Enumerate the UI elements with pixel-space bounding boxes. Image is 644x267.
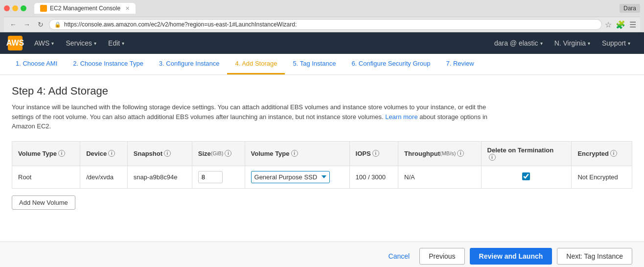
wizard-step-2[interactable]: 2. Choose Instance Type (65, 54, 151, 74)
reload-button[interactable]: ↻ (35, 19, 46, 30)
region-chevron-icon: ▾ (588, 41, 590, 46)
step-6-link[interactable]: 6. Configure Security Group (351, 60, 430, 67)
learn-more-link[interactable]: Learn more (385, 113, 417, 121)
main-content: Step 4: Add Storage Your instance will b… (0, 75, 644, 242)
wizard-steps: 1. Choose AMI 2. Choose Instance Type 3.… (0, 54, 644, 75)
maximize-dot[interactable] (21, 5, 26, 11)
edit-button[interactable]: Edit ▾ (102, 32, 130, 54)
th-delete-on-termination: Delete on Termination i (481, 141, 572, 166)
wizard-step-3[interactable]: 3. Configure Instance (151, 54, 228, 74)
encrypted-value: Not Encrypted (577, 173, 618, 181)
aws-brand-button[interactable]: AWS ▾ (28, 32, 60, 54)
delete-on-termination-checkbox[interactable] (522, 172, 530, 180)
encrypted-info-icon[interactable]: i (610, 150, 617, 157)
th-size-unit: (GiB) (211, 150, 224, 156)
services-button[interactable]: Services ▾ (60, 32, 102, 54)
user-menu-button[interactable]: dara @ elastic ▾ (488, 32, 549, 54)
throughput-info-icon[interactable]: i (457, 150, 464, 157)
step-1-link[interactable]: 1. Choose AMI (16, 60, 57, 67)
row-delete-on-termination[interactable] (481, 166, 572, 188)
step-4-label: 4. Add Storage (235, 60, 277, 67)
iops-info-icon[interactable]: i (372, 150, 379, 157)
region-menu-button[interactable]: N. Virginia ▾ (549, 32, 596, 54)
row-size[interactable] (192, 166, 245, 188)
th-encrypted-label: Encrypted (577, 150, 609, 157)
volume-type-info-icon[interactable]: i (58, 150, 65, 157)
wizard-step-4[interactable]: 4. Add Storage (227, 54, 285, 74)
th-iops-label: IOPS (356, 150, 371, 157)
throughput-value: N/A (404, 173, 415, 181)
minimize-dot[interactable] (12, 5, 18, 11)
edit-chevron-icon: ▾ (122, 41, 124, 46)
wizard-step-5[interactable]: 5. Tag Instance (285, 54, 344, 74)
wizard-step-6[interactable]: 6. Configure Security Group (344, 54, 438, 74)
wizard-step-7[interactable]: 7. Review (438, 54, 482, 74)
row-volume-type-col[interactable]: General Purpose SSD Provisioned IOPS SSD… (245, 166, 349, 188)
aws-top-nav: AWS AWS ▾ Services ▾ Edit ▾ dara @ elast… (0, 32, 644, 54)
th-volume-type-col-label: Volume Type (251, 150, 290, 157)
support-chevron-icon: ▾ (628, 41, 630, 46)
delete-info-icon[interactable]: i (489, 154, 496, 161)
th-device-label: Device (86, 150, 107, 157)
forward-button[interactable]: → (22, 19, 32, 30)
th-size-label: Size (198, 150, 211, 157)
support-label: Support (602, 39, 626, 47)
cancel-button[interactable]: Cancel (384, 249, 415, 263)
wizard-step-1[interactable]: 1. Choose AMI (8, 54, 65, 74)
th-snapshot: Snapshot i (127, 141, 192, 166)
th-device: Device i (80, 141, 128, 166)
aws-chevron-icon: ▾ (51, 41, 54, 46)
th-encrypted: Encrypted i (572, 141, 632, 166)
aws-logo[interactable]: AWS (8, 36, 23, 50)
page-description: Your instance will be launched with the … (12, 102, 501, 131)
row-volume-type: Root (12, 166, 80, 188)
row-iops: 100 / 3000 (349, 166, 398, 188)
th-size: Size (GiB) i (192, 141, 245, 166)
device-info-icon[interactable]: i (108, 150, 115, 157)
action-bar: Cancel Previous Review and Launch Next: … (0, 242, 644, 267)
volume-type-select[interactable]: General Purpose SSD Provisioned IOPS SSD… (251, 171, 330, 183)
support-menu-button[interactable]: Support ▾ (596, 32, 636, 54)
volume-type-value: Root (18, 173, 31, 181)
review-and-launch-button[interactable]: Review and Launch (470, 248, 552, 265)
th-iops: IOPS i (349, 141, 398, 166)
star-icon[interactable]: ☆ (605, 20, 612, 29)
row-throughput: N/A (398, 166, 482, 188)
lock-icon: 🔒 (54, 22, 61, 28)
tab-close-icon[interactable]: ✕ (125, 5, 130, 12)
volume-type-col-info-icon[interactable]: i (291, 150, 298, 157)
step-5-link[interactable]: 5. Tag Instance (293, 60, 336, 67)
menu-icon[interactable]: ☰ (629, 20, 636, 29)
storage-table: Volume Type i Device i Snapshot i (12, 141, 632, 189)
extension-icon[interactable]: 🧩 (616, 20, 625, 29)
th-volume-type-label: Volume Type (18, 150, 57, 157)
browser-tab[interactable]: EC2 Management Console ✕ (34, 3, 136, 14)
row-device: /dev/xvda (80, 166, 128, 188)
add-new-volume-button[interactable]: Add New Volume (12, 195, 75, 210)
size-input[interactable] (198, 171, 223, 183)
tab-title: EC2 Management Console (50, 5, 120, 12)
th-throughput-label: Throughput (404, 150, 440, 157)
services-label: Services (66, 39, 92, 47)
browser-action-icons: ☆ 🧩 ☰ (605, 20, 636, 29)
next-tag-instance-button[interactable]: Next: Tag Instance (557, 248, 632, 265)
th-volume-type-col: Volume Type i (245, 141, 349, 166)
snapshot-info-icon[interactable]: i (164, 150, 171, 157)
th-volume-type: Volume Type i (12, 141, 80, 166)
table-row: Root /dev/xvda snap-a9b8c94e General Pur… (12, 166, 632, 188)
size-info-icon[interactable]: i (225, 150, 231, 157)
iops-value: 100 / 3000 (356, 173, 386, 181)
close-dot[interactable] (4, 5, 10, 11)
tab-favicon (40, 5, 47, 12)
url-bar[interactable]: 🔒 https://console.aws.amazon.com/ec2/v2/… (49, 19, 602, 30)
step-2-link[interactable]: 2. Choose Instance Type (73, 60, 143, 67)
step-7-link[interactable]: 7. Review (446, 60, 474, 67)
back-button[interactable]: ← (8, 19, 19, 30)
step-3-link[interactable]: 3. Configure Instance (159, 60, 220, 67)
previous-button[interactable]: Previous (419, 248, 464, 265)
services-chevron-icon: ▾ (94, 41, 96, 46)
aws-label: AWS (34, 39, 49, 47)
th-throughput-unit: (MB/s) (440, 150, 456, 156)
th-delete-label: Delete on Termination (487, 146, 566, 154)
th-snapshot-label: Snapshot (134, 150, 162, 157)
